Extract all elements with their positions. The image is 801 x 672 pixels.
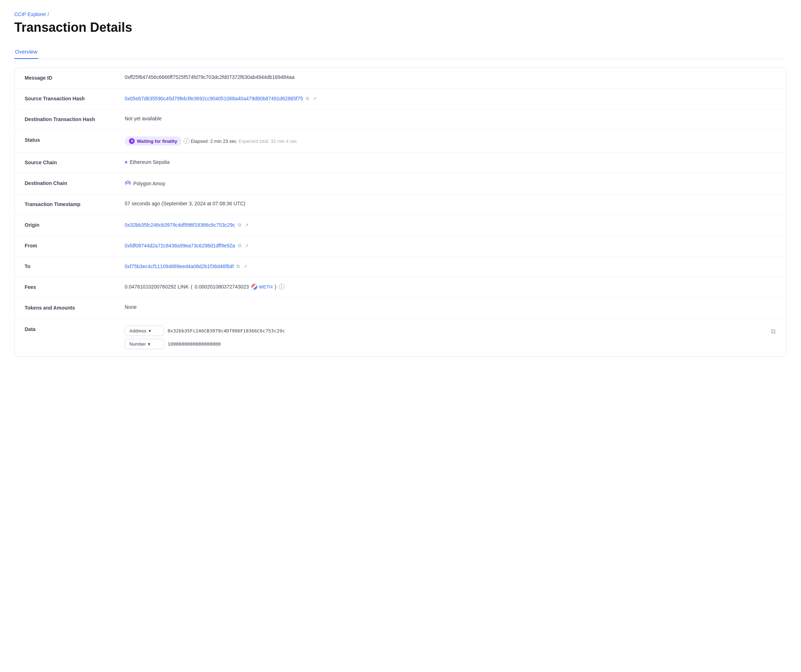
fees-link-amount: 0.04761010200760292 LINK bbox=[125, 284, 189, 290]
expected-container: Expected total: 32 min 4 sec bbox=[239, 138, 297, 144]
polygon-chain-icon: Polygon Amoy bbox=[125, 180, 166, 188]
data-copy-button[interactable]: ⧉ bbox=[770, 327, 776, 336]
data-type-label-1: Number bbox=[129, 342, 146, 347]
label-dest-chain: Destination Chain bbox=[25, 180, 125, 186]
data-type-label-0: Address bbox=[129, 328, 146, 334]
value-tokens-and-amounts: None bbox=[125, 304, 776, 310]
value-source-tx-hash: 0x05eb7d635590c45d79feb3fe3692cc90405106… bbox=[125, 95, 776, 102]
row-source-tx-hash: Source Transaction Hash 0x05eb7d635590c4… bbox=[14, 88, 787, 109]
info-icon: i bbox=[183, 138, 189, 144]
details-card: Message ID 0xff25f647456c6666ff7525f574f… bbox=[14, 67, 787, 357]
value-dest-chain: Polygon Amoy bbox=[125, 180, 776, 188]
expected-value: 32 min 4 sec bbox=[271, 138, 297, 144]
origin-copy-button[interactable]: ⧉ bbox=[237, 221, 242, 229]
page-title: Transaction Details bbox=[14, 20, 787, 35]
label-fees: Fees bbox=[25, 284, 125, 290]
row-status: Status ⏸ Waiting for finality i Elapsed:… bbox=[14, 130, 787, 152]
row-dest-chain: Destination Chain Polygon Amoy bbox=[14, 173, 787, 194]
value-fees: 0.04761010200760292 LINK ( 0.00020108037… bbox=[125, 284, 776, 290]
label-timestamp: Transaction Timestamp bbox=[25, 200, 125, 207]
label-status: Status bbox=[25, 136, 125, 143]
row-origin: Origin 0x32bb35fc246cb3979c4df996f18366c… bbox=[14, 215, 787, 236]
from-copy-button[interactable]: ⧉ bbox=[237, 242, 242, 249]
fees-paren-close: ) bbox=[275, 284, 277, 290]
source-chain-name: Ethereum Sepolia bbox=[130, 159, 169, 165]
row-fees: Fees 0.04761010200760292 LINK ( 0.000201… bbox=[14, 277, 787, 298]
origin-external-button[interactable]: ↗ bbox=[244, 222, 249, 229]
chevron-down-icon-0: ▾ bbox=[149, 328, 151, 334]
dest-chain-name: Polygon Amoy bbox=[133, 181, 166, 186]
breadcrumb-separator: / bbox=[48, 11, 49, 17]
weth-icon bbox=[251, 284, 257, 290]
value-source-chain: ♦ Ethereum Sepolia bbox=[125, 159, 776, 165]
to-copy-button[interactable]: ⧉ bbox=[236, 263, 240, 270]
data-value-0: 0x32bb35Fc246CB3979c4Df996F18366C6c753c2… bbox=[167, 328, 285, 334]
value-dest-tx-hash: Not yet available bbox=[125, 116, 776, 122]
value-status: ⏸ Waiting for finality i Elapsed: 2 min … bbox=[125, 136, 776, 146]
status-pause-icon: ⏸ bbox=[129, 138, 135, 144]
expected-label: Expected total: bbox=[239, 138, 269, 144]
data-value-1: 1000000000000000000 bbox=[167, 342, 221, 347]
value-from: 0xfdf08744d2a72c8438a99ea73c6298d1dff9e9… bbox=[125, 242, 776, 249]
data-section: Address ▾ 0x32bb35Fc246CB3979c4Df996F183… bbox=[125, 326, 767, 349]
label-source-tx-hash: Source Transaction Hash bbox=[25, 95, 125, 101]
elapsed-label: Elapsed: bbox=[191, 138, 209, 144]
row-source-chain: Source Chain ♦ Ethereum Sepolia bbox=[14, 152, 787, 173]
tab-overview[interactable]: Overview bbox=[14, 45, 38, 59]
weth-link[interactable]: WETH bbox=[259, 284, 273, 290]
row-message-id: Message ID 0xff25f647456c6666ff7525f574f… bbox=[14, 68, 787, 88]
elapsed-container: i Elapsed: 2 min 23 sec bbox=[183, 138, 236, 144]
to-link[interactable]: 0xf75b3ec4cf111094889eed4a08d2b1f36d46f8… bbox=[125, 263, 234, 269]
value-to: 0xf75b3ec4cf111094889eed4a08d2b1f36d46f8… bbox=[125, 263, 776, 270]
row-tokens-and-amounts: Tokens and Amounts None bbox=[14, 298, 787, 319]
status-text: Waiting for finality bbox=[137, 138, 177, 144]
from-link[interactable]: 0xfdf08744d2a72c8438a99ea73c6298d1dff9e9… bbox=[125, 243, 235, 249]
source-tx-hash-link[interactable]: 0x05eb7d635590c45d79feb3fe3692cc90405106… bbox=[125, 96, 303, 101]
elapsed-value: 2 min 23 sec bbox=[211, 138, 237, 144]
row-data: Data Address ▾ 0x32bb35Fc246CB3979c4Df99… bbox=[14, 319, 787, 356]
fees-paren-open: ( bbox=[191, 284, 193, 290]
polygon-logo bbox=[125, 180, 131, 188]
breadcrumb-ccip-link[interactable]: CCIP Explorer bbox=[14, 11, 46, 17]
row-timestamp: Transaction Timestamp 57 seconds ago (Se… bbox=[14, 194, 787, 215]
data-type-select-0[interactable]: Address ▾ bbox=[125, 326, 164, 336]
label-from: From bbox=[25, 242, 125, 249]
label-to: To bbox=[25, 263, 125, 269]
row-to: To 0xf75b3ec4cf111094889eed4a08d2b1f36d4… bbox=[14, 257, 787, 277]
label-source-chain: Source Chain bbox=[25, 159, 125, 165]
fees-info-icon: i bbox=[279, 284, 285, 290]
value-message-id: 0xff25f647456c6666ff7525f574fd79c703dc2f… bbox=[125, 74, 776, 80]
label-tokens-and-amounts: Tokens and Amounts bbox=[25, 304, 125, 311]
to-external-button[interactable]: ↗ bbox=[243, 263, 248, 270]
label-dest-tx-hash: Destination Transaction Hash bbox=[25, 116, 125, 122]
value-timestamp: 57 seconds ago (September 3, 2024 at 07:… bbox=[125, 200, 776, 206]
row-dest-tx-hash: Destination Transaction Hash Not yet ava… bbox=[14, 109, 787, 130]
value-origin: 0x32bb35fc246cb3979c4df996f18366c6c753c2… bbox=[125, 221, 776, 229]
source-tx-external-button[interactable]: ↗ bbox=[312, 95, 317, 102]
label-origin: Origin bbox=[25, 221, 125, 228]
data-type-select-1[interactable]: Number ▾ bbox=[125, 339, 164, 349]
origin-link[interactable]: 0x32bb35fc246cb3979c4df996f18366c6c753c2… bbox=[125, 222, 235, 228]
tabs-container: Overview bbox=[14, 45, 787, 59]
row-from: From 0xfdf08744d2a72c8438a99ea73c6298d1d… bbox=[14, 236, 787, 257]
fees-weth-amount: 0.000201080372743023 bbox=[195, 284, 249, 290]
breadcrumb: CCIP Explorer / bbox=[14, 11, 787, 17]
data-row-1: Number ▾ 1000000000000000000 bbox=[125, 339, 767, 349]
ethereum-logo: ♦ bbox=[125, 159, 127, 165]
source-tx-copy-button[interactable]: ⧉ bbox=[305, 95, 310, 102]
label-data: Data bbox=[25, 326, 125, 332]
fees-weth-badge: WETH bbox=[251, 284, 273, 290]
status-badge: ⏸ Waiting for finality bbox=[125, 136, 182, 146]
chevron-down-icon-1: ▾ bbox=[148, 342, 150, 347]
label-message-id: Message ID bbox=[25, 74, 125, 81]
data-row-0: Address ▾ 0x32bb35Fc246CB3979c4Df996F183… bbox=[125, 326, 767, 336]
from-external-button[interactable]: ↗ bbox=[244, 242, 249, 249]
eth-chain-icon: ♦ Ethereum Sepolia bbox=[125, 159, 169, 165]
